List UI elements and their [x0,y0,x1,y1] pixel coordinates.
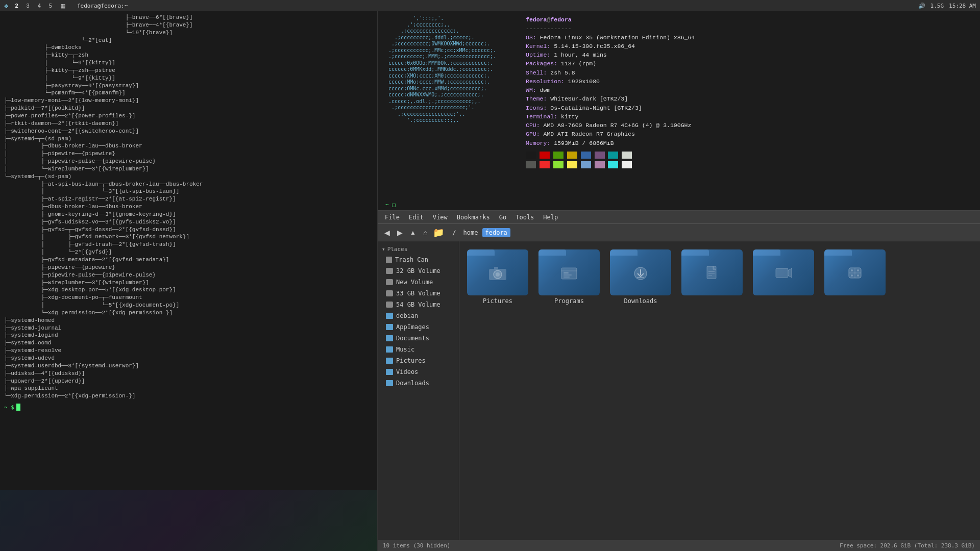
volume-icon: 🔊 [918,3,925,9]
sidebar-label-pictures: Pictures [396,357,426,364]
fm-content[interactable]: Pictures Prog [459,241,980,540]
sidebar-item-appimages[interactable]: AppImages [378,321,459,333]
workspace-2[interactable]: 2 [13,3,19,9]
left-terminal[interactable]: ├─brave──6*[{brave}] ├─brave──4*[{brave}… [0,11,378,551]
main-area: ├─brave──6*[{brave}] ├─brave──4*[{brave}… [0,11,980,551]
sidebar-item-32gb[interactable]: 32 GB Volume [378,265,459,277]
neofetch-prompt[interactable]: ~ □ [378,199,980,210]
nf-terminal: Terminal: kitty [526,112,695,121]
fm-up-button[interactable]: ▲ [407,228,419,238]
neofetch-terminal[interactable]: ',':::;,'. .';cccccccc;,. .;cccccccccccc… [378,11,980,210]
places-chevron: ▾ [382,246,385,253]
color-12 [581,161,591,168]
svg-point-2 [496,272,500,277]
folder-appimages[interactable] [822,246,888,308]
color-7 [622,152,632,159]
folder-icon-downloads [386,380,393,386]
sidebar-item-documents[interactable]: Documents [378,333,459,344]
workspace-grid[interactable]: ▦ [59,3,67,9]
drive-icon-newvol [386,279,393,285]
fm-statusbar: 10 items (30 hidden) Free space: 202.6 G… [378,540,980,551]
neofetch-ascii: ',':::;,'. .';cccccccc;,. .;cccccccccccc… [378,11,521,199]
fm-menu-view[interactable]: View [429,213,452,222]
folder-big-downloads [610,249,671,295]
fm-home-button[interactable]: ⌂ [421,227,430,238]
folder-big-appimages [824,249,886,295]
svg-point-22 [851,274,853,277]
svg-rect-3 [494,267,498,269]
camera-icon [487,264,508,282]
color-15 [622,161,632,168]
fm-menu-edit[interactable]: Edit [405,213,428,222]
folder-docs[interactable] [679,246,745,308]
color-10 [553,161,564,168]
svg-rect-16 [776,268,788,278]
fm-items-count: 10 items (30 hidden) [383,542,450,549]
drive-icon-32gb [386,268,393,274]
color-6 [608,152,618,159]
sidebar-item-33gb[interactable]: 33 GB Volume [378,288,459,299]
cursor [16,404,20,411]
sidebar-item-music[interactable]: Music [378,344,459,355]
fm-menu-bookmarks[interactable]: Bookmarks [453,213,494,222]
dwm-icon[interactable]: ❖ [4,2,8,10]
terminal-prompt[interactable]: ~ $ [0,403,377,412]
sidebar-item-pictures[interactable]: Pictures [378,355,459,366]
fm-menu-tools[interactable]: Tools [511,213,538,222]
sidebar-label-trash: Trash Can [395,256,428,263]
nf-uptime: Uptime: 1 hour, 44 mins [526,51,695,59]
sidebar-label-newvol: New Volume [396,279,433,286]
sidebar-label-32gb: 32 GB Volume [396,267,440,274]
fm-bc-home[interactable]: home [460,228,481,237]
programs-icon [559,264,579,282]
fm-menu-help[interactable]: Help [539,213,562,222]
file-manager: File Edit View Bookmarks Go Tools Help ◀… [378,210,980,551]
workspace-4[interactable]: 4 [36,3,42,9]
document-icon [702,264,722,282]
window-title: fedora@fedora:~ [77,3,128,9]
sidebar-item-videos[interactable]: Videos [378,366,459,378]
folder-pictures[interactable]: Pictures [464,246,531,308]
sidebar-item-newvol[interactable]: New Volume [378,277,459,288]
folder-downloads[interactable]: Downloads [607,246,674,308]
terminal-output: ├─brave──6*[{brave}] ├─brave──4*[{brave}… [0,11,377,403]
svg-rect-8 [564,277,570,278]
video-icon [773,264,794,282]
svg-rect-6 [564,272,569,273]
fm-bc-fedora[interactable]: fedora [482,228,510,237]
folder-big-pictures [467,249,528,295]
nf-gpu: GPU: AMD ATI Radeon R7 Graphics [526,130,695,138]
sidebar-label-54gb: 54 GB Volume [396,301,440,308]
prompt-symbol: ~ $ [4,404,14,411]
fm-menu-go[interactable]: Go [495,213,510,222]
sidebar-item-downloads[interactable]: Downloads [378,378,459,389]
workspace-5[interactable]: 5 [47,3,54,9]
fm-breadcrumb: / home fedora [449,228,510,237]
workspace-3[interactable]: 3 [25,3,31,9]
color-1 [540,152,550,159]
nf-memory: Memory: 1593MiB / 6866MiB [526,139,695,147]
color-5 [595,152,605,159]
color-9 [540,161,550,168]
sidebar-item-54gb[interactable]: 54 GB Volume [378,299,459,310]
topbar: ❖ 2 3 4 5 ▦ fedora@fedora:~ 🔊 1.5G 15:28… [0,0,980,11]
fm-forward-button[interactable]: ▶ [395,227,405,238]
folder-label-programs: Programs [554,297,584,305]
fm-back-button[interactable]: ◀ [382,227,393,238]
svg-point-23 [857,274,859,277]
fm-sidebar-places: ▾ Places Trash Can 32 GB Volume [378,244,459,389]
folder-icon-appimages [386,324,393,330]
fm-menu-file[interactable]: File [381,213,404,222]
fm-bc-root[interactable]: / [449,228,459,237]
folder-programs[interactable]: Programs [536,246,602,308]
sidebar-item-trash[interactable]: Trash Can [378,254,459,265]
fm-sidebar: ▾ Places Trash Can 32 GB Volume [378,241,459,540]
drive-icon-54gb [386,302,393,308]
nf-separator: ------------- [526,24,695,33]
folder-videos[interactable] [750,246,817,308]
places-label: Places [387,246,408,253]
folder-big-videos [753,249,814,295]
drive-icon-33gb [386,290,393,296]
sidebar-item-debian[interactable]: debian [378,310,459,321]
fm-sidebar-places-header[interactable]: ▾ Places [378,244,459,254]
